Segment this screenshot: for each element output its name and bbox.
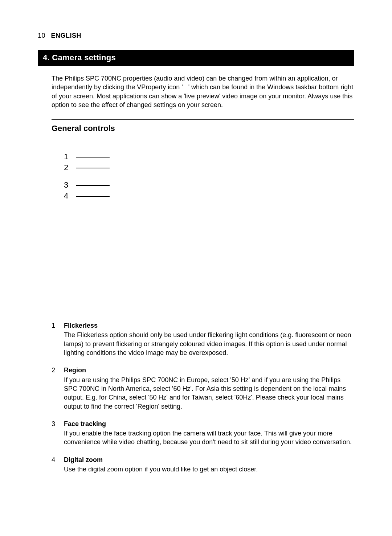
item-number: 3 <box>52 420 64 447</box>
callout-number: 4 <box>64 191 73 201</box>
item-body: Region If you are using the Philips SPC … <box>64 366 354 410</box>
callout-row: 4 <box>64 191 354 201</box>
figure-callouts: 1 2 3 4 <box>64 151 354 201</box>
callout-row: 1 <box>64 151 354 162</box>
sub-heading: General controls <box>52 124 354 133</box>
item-title: Digital zoom <box>64 455 354 464</box>
item-text: Use the digital zoom option if you would… <box>64 466 258 473</box>
callout-number: 3 <box>64 180 73 190</box>
section-title: 4. Camera settings <box>43 53 116 62</box>
item-title: Flickerless <box>64 321 354 330</box>
item-number: 4 <box>52 455 64 474</box>
item-number: 1 <box>52 321 64 357</box>
manual-page: 10 ENGLISH 4. Camera settings The Philip… <box>0 0 392 474</box>
item-body: Digital zoom Use the digital zoom option… <box>64 455 354 474</box>
page-number: 10 <box>38 32 45 39</box>
list-item: 4 Digital zoom Use the digital zoom opti… <box>52 455 354 474</box>
callout-line <box>76 185 110 186</box>
item-text: If you are using the Philips SPC 700NC i… <box>64 376 346 410</box>
list-item: 3 Face tracking If you enable the face t… <box>52 420 354 447</box>
language-label: ENGLISH <box>51 32 82 39</box>
callout-number: 1 <box>64 152 73 161</box>
list-item: 1 Flickerless The Flickerless option sho… <box>52 321 354 357</box>
intro-paragraph: The Philips SPC 700NC properties (audio … <box>52 74 354 109</box>
divider <box>52 119 354 120</box>
list-item: 2 Region If you are using the Philips SP… <box>52 366 354 410</box>
item-body: Face tracking If you enable the face tra… <box>64 420 354 447</box>
callout-line <box>76 157 110 157</box>
item-title: Face tracking <box>64 420 354 428</box>
callout-number: 2 <box>64 163 73 172</box>
item-text: The Flickerless option should only be us… <box>64 331 351 356</box>
page-header: 10 ENGLISH <box>38 32 354 40</box>
item-body: Flickerless The Flickerless option shoul… <box>64 321 354 357</box>
callout-row: 2 <box>64 162 354 173</box>
callout-row: 3 <box>64 180 354 191</box>
item-number: 2 <box>52 366 64 410</box>
callout-line <box>76 168 110 168</box>
item-title: Region <box>64 366 354 375</box>
section-title-bar: 4. Camera settings <box>38 50 354 66</box>
callout-line <box>76 196 110 197</box>
item-text: If you enable the face tracking option t… <box>64 430 352 446</box>
